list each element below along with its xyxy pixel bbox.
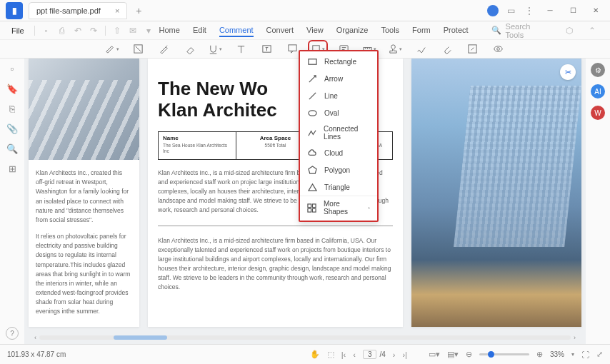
left-rail: ▫ 🔖 ⎘ 📎 🔍 ⊞ — [0, 59, 24, 344]
prev-page-icon[interactable]: ‹ — [353, 350, 356, 359]
maximize-button[interactable]: ☐ — [564, 2, 581, 19]
svg-point-8 — [496, 48, 499, 51]
shape-polygon[interactable]: Polygon — [300, 161, 377, 178]
stamp-tool[interactable]: ▾ — [388, 43, 402, 56]
svg-rect-14 — [312, 208, 316, 212]
mail-icon[interactable]: ✉ — [126, 23, 140, 39]
comments-panel-icon[interactable]: ⎘ — [6, 103, 18, 114]
zoom-in-icon[interactable]: ⊕ — [536, 350, 543, 359]
next-page-icon[interactable]: › — [393, 350, 396, 359]
convert-rail-icon[interactable]: W — [591, 106, 605, 120]
minimize-button[interactable]: ─ — [541, 2, 559, 19]
shape-triangle[interactable]: Triangle — [300, 178, 377, 196]
fields-panel-icon[interactable]: ⊞ — [6, 163, 18, 174]
page-indicator: 3 /4 — [363, 350, 386, 359]
first-page-icon[interactable]: |‹ — [341, 350, 346, 359]
menu-edit[interactable]: Edit — [193, 24, 206, 37]
menubar: File ▫ ⎙ ↶ ↷ ⇧ ✉ ▾ Home Edit Comment Con… — [0, 21, 610, 40]
add-tab-button[interactable]: + — [131, 4, 146, 18]
fit-page-icon[interactable]: ⛶ — [581, 350, 589, 359]
signature-tool[interactable] — [414, 43, 428, 56]
svg-point-7 — [494, 46, 501, 52]
last-page-icon[interactable]: ›| — [402, 350, 407, 359]
shape-line[interactable]: Line — [300, 87, 377, 104]
save-icon[interactable]: ▫ — [39, 23, 54, 39]
search-tools[interactable]: 🔍 Search Tools — [491, 22, 546, 39]
shape-arrow[interactable]: Arrow — [300, 70, 377, 87]
underline-tool[interactable]: ▾ — [208, 43, 222, 56]
hand-tool-icon[interactable]: ✋ — [310, 350, 320, 359]
oval-icon — [307, 108, 317, 118]
edit-comment-tool[interactable] — [465, 43, 479, 56]
right-rail: ⚙ AI W — [586, 59, 610, 344]
undo-icon[interactable]: ↶ — [71, 23, 85, 39]
ai-rail-icon[interactable]: AI — [591, 84, 605, 98]
print-icon[interactable]: ⎙ — [55, 23, 69, 39]
shape-connected-lines[interactable]: Connected Lines — [300, 121, 377, 144]
scroll-track[interactable] — [39, 335, 571, 340]
zoom-level[interactable]: 33% — [550, 350, 564, 358]
menu-form[interactable]: Form — [412, 24, 431, 37]
close-tab-icon[interactable]: × — [115, 6, 119, 15]
cloud-icon[interactable]: ⬡ — [561, 23, 577, 39]
current-page-input[interactable]: 3 — [363, 350, 377, 359]
pencil-tool[interactable] — [156, 43, 171, 56]
callout-tool[interactable] — [285, 43, 299, 56]
view-mode-icon[interactable]: ▭▾ — [429, 350, 440, 359]
help-icon[interactable]: ? — [6, 327, 19, 340]
zoom-thumb[interactable] — [488, 351, 494, 358]
menu-comment[interactable]: Comment — [219, 24, 254, 37]
scroll-thumb[interactable] — [114, 335, 166, 340]
textbox-tool[interactable] — [259, 43, 274, 56]
shape-oval[interactable]: Oval — [300, 104, 377, 121]
settings-rail-icon[interactable]: ⚙ — [591, 63, 605, 77]
zoom-slider[interactable] — [479, 353, 529, 355]
area-highlight-tool[interactable] — [131, 43, 145, 56]
hide-comments-tool[interactable] — [491, 43, 505, 56]
redo-icon[interactable]: ↷ — [86, 23, 101, 39]
menu-tools[interactable]: Tools — [381, 24, 399, 37]
text-tool[interactable] — [234, 43, 248, 56]
attachments-panel-icon[interactable]: 📎 — [6, 123, 18, 134]
window-message-icon[interactable]: ▭ — [504, 4, 517, 17]
dropdown-icon[interactable]: ▾ — [141, 23, 156, 39]
search-icon: 🔍 — [491, 26, 501, 35]
triangle-icon — [307, 182, 317, 192]
app-icon: ▮ — [6, 2, 23, 19]
bookmarks-icon[interactable]: 🔖 — [6, 83, 18, 94]
scroll-right-icon[interactable]: › — [574, 334, 576, 341]
shape-cloud[interactable]: Cloud — [300, 144, 377, 161]
thumbnails-icon[interactable]: ▫ — [6, 63, 18, 74]
scroll-left-icon[interactable]: ‹ — [34, 334, 36, 341]
menu-organize[interactable]: Organize — [336, 24, 369, 37]
page-column-1: Klan Architects Inc., created this off-g… — [29, 59, 139, 327]
titlebar: ▮ ppt file-sample.pdf × + ▭ ⋮ ─ ☐ ✕ — [0, 0, 610, 21]
menu-convert[interactable]: Convert — [266, 24, 294, 37]
search-panel-icon[interactable]: 🔍 — [6, 143, 18, 154]
shape-more[interactable]: More Shapes › — [300, 196, 377, 219]
close-window-button[interactable]: ✕ — [587, 2, 604, 19]
zoom-out-icon[interactable]: ⊖ — [466, 350, 472, 359]
fullscreen-icon[interactable]: ⤢ — [596, 350, 603, 359]
horizontal-scrollbar[interactable]: ‹ › — [34, 334, 576, 341]
file-menu[interactable]: File — [6, 26, 30, 35]
attachment-tool[interactable] — [439, 43, 454, 56]
collapse-icon[interactable]: ⌃ — [584, 23, 600, 39]
screenshot-badge-icon[interactable]: ✂ — [560, 64, 576, 80]
kebab-icon[interactable]: ⋮ — [523, 4, 536, 17]
document-tab[interactable]: ppt file-sample.pdf × — [29, 2, 127, 19]
menu-view[interactable]: View — [306, 24, 324, 37]
reading-mode-icon[interactable]: ▤▾ — [447, 350, 459, 359]
highlight-tool[interactable]: ▾ — [105, 43, 119, 56]
menu-protect[interactable]: Protect — [444, 24, 469, 37]
zoom-caret-icon[interactable]: ▾ — [571, 351, 574, 358]
eraser-tool[interactable] — [182, 43, 196, 56]
shape-label: Arrow — [324, 75, 343, 83]
shape-label: Triangle — [324, 183, 350, 191]
rectangle-icon — [307, 56, 317, 66]
user-avatar-icon[interactable] — [487, 5, 499, 16]
shape-rectangle[interactable]: Rectangle — [300, 53, 377, 70]
select-tool-icon[interactable]: ⬚ — [327, 350, 334, 359]
share-icon[interactable]: ⇧ — [110, 23, 124, 39]
menu-home[interactable]: Home — [159, 24, 180, 37]
